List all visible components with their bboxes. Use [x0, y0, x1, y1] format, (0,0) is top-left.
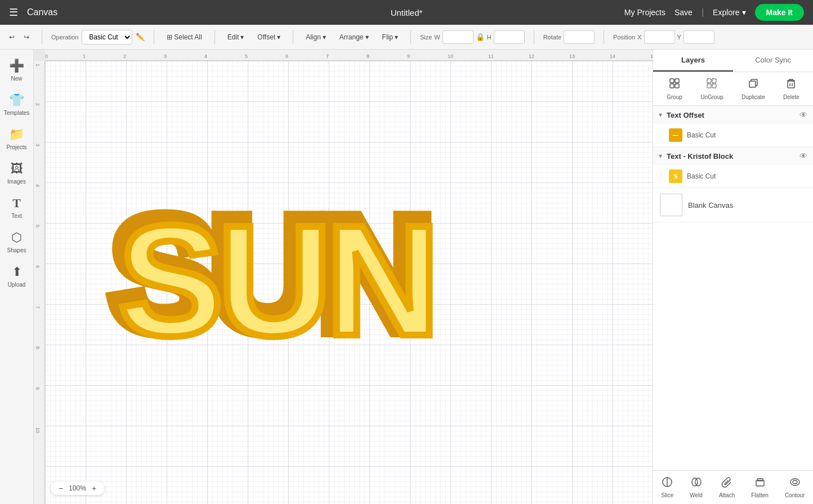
svg-rect-6: [707, 84, 711, 88]
text-kristof-chevron-icon: ▾: [659, 152, 662, 160]
layer-item-basic-cut-1[interactable]: — Basic Cut: [653, 124, 813, 146]
flip-button[interactable]: Flip ▾: [379, 31, 401, 43]
lock-icon[interactable]: 🔒: [476, 33, 485, 41]
explore-chevron-icon: ▾: [742, 8, 746, 17]
shapes-icon: ⬡: [11, 230, 22, 245]
text-icon: T: [12, 196, 21, 211]
align-chevron-icon: ▾: [323, 33, 326, 41]
svg-point-14: [692, 478, 698, 486]
save-link[interactable]: Save: [674, 8, 693, 17]
layer-thumb-2: S: [669, 170, 682, 183]
sidebar-item-projects[interactable]: 📁 Projects: [2, 123, 32, 155]
arrange-button[interactable]: Arrange ▾: [336, 31, 372, 43]
left-sidebar: ➕ New 👕 Templates 📁 Projects 🖼 Images T …: [0, 50, 34, 504]
menu-hamburger-icon[interactable]: ☰: [9, 6, 18, 19]
document-title[interactable]: Untitled*: [391, 8, 423, 17]
explore-button[interactable]: Explore ▾: [713, 8, 745, 17]
sun-text-main[interactable]: SUN: [118, 190, 434, 371]
x-input[interactable]: [644, 30, 675, 44]
zoom-out-button[interactable]: −: [56, 484, 65, 493]
ungroup-icon: [705, 77, 718, 92]
tab-layers[interactable]: Layers: [653, 50, 733, 72]
blank-canvas-thumb: [660, 194, 682, 216]
separator-2: [154, 30, 154, 44]
sidebar-images-label: Images: [7, 179, 26, 185]
redo-button[interactable]: ↪: [20, 31, 33, 43]
undo-button[interactable]: ↩: [6, 31, 18, 43]
make-it-button[interactable]: Make It: [755, 4, 804, 21]
attach-icon: [721, 476, 732, 490]
x-label: X: [637, 34, 641, 41]
templates-icon: 👕: [9, 93, 24, 108]
contour-icon: [789, 476, 801, 490]
svg-rect-9: [788, 81, 794, 88]
ungroup-action[interactable]: UnGroup: [696, 75, 728, 102]
zoom-in-button[interactable]: +: [90, 484, 99, 493]
sidebar-item-upload[interactable]: ⬆ Upload: [2, 260, 32, 292]
svg-rect-17: [757, 479, 763, 481]
sidebar-item-images[interactable]: 🖼 Images: [2, 157, 32, 189]
new-icon: ➕: [9, 59, 24, 73]
arrange-chevron-icon: ▾: [365, 33, 369, 41]
layer-header-text-offset[interactable]: ▾ Text Offset 👁: [653, 106, 813, 124]
app-name: Canvas: [27, 7, 57, 17]
flip-chevron-icon: ▾: [395, 33, 398, 41]
svg-point-18: [790, 479, 799, 485]
sidebar-item-new[interactable]: ➕ New: [2, 54, 32, 86]
group-action[interactable]: Group: [662, 75, 687, 102]
my-projects-link[interactable]: My Projects: [624, 8, 665, 17]
weld-action[interactable]: Weld: [686, 474, 706, 501]
sidebar-item-text[interactable]: T Text: [2, 191, 32, 224]
blank-canvas-label: Blank Canvas: [688, 201, 733, 209]
panel-tabs: Layers Color Sync: [653, 50, 813, 72]
delete-action[interactable]: Delete: [779, 75, 804, 102]
sidebar-item-shapes[interactable]: ⬡ Shapes: [2, 226, 32, 258]
edit-pen-icon[interactable]: ✏️: [136, 33, 145, 41]
align-button[interactable]: Align ▾: [302, 31, 329, 43]
top-nav: ☰ Canvas Untitled* My Projects Save | Ex…: [0, 0, 813, 25]
rotate-input[interactable]: [564, 30, 595, 44]
sidebar-item-templates[interactable]: 👕 Templates: [2, 88, 32, 121]
select-all-button[interactable]: ⊞ Select All: [163, 31, 205, 43]
nav-right: My Projects Save | Explore ▾ Make It: [624, 4, 804, 21]
flatten-action[interactable]: Flatten: [748, 474, 772, 501]
contour-action[interactable]: Contour: [781, 474, 808, 501]
toolbar: ↩ ↪ Operation Basic Cut ✏️ ⊞ Select All …: [0, 25, 813, 50]
layer-thumb-1: —: [669, 128, 682, 142]
text-kristof-eye-icon[interactable]: 👁: [799, 151, 807, 160]
operation-select[interactable]: Basic Cut: [82, 30, 132, 44]
width-input[interactable]: [443, 30, 473, 44]
separator-1: [42, 30, 42, 44]
svg-rect-3: [675, 84, 679, 88]
text-offset-chevron-icon: ▾: [659, 111, 662, 119]
nav-separator: |: [702, 7, 704, 17]
y-input[interactable]: [684, 30, 714, 44]
layer-header-text-kristof[interactable]: ▾ Text - Kristof Block 👁: [653, 147, 813, 165]
sidebar-projects-label: Projects: [6, 144, 26, 150]
panel-actions: Group UnGroup: [653, 72, 813, 106]
attach-action[interactable]: Attach: [716, 474, 738, 501]
canvas-area[interactable]: 0 1 2 3 4 5 6 7 8 9 10 11 12 13 14 15 1: [34, 50, 653, 504]
edit-button[interactable]: Edit ▾: [224, 31, 248, 43]
projects-icon: 📁: [9, 127, 24, 142]
layer-item-label-1: Basic Cut: [687, 131, 716, 139]
duplicate-action[interactable]: Duplicate: [737, 75, 770, 102]
slice-action[interactable]: Slice: [658, 474, 677, 501]
layer-item-basic-cut-2[interactable]: S Basic Cut: [653, 165, 813, 188]
svg-rect-7: [712, 84, 716, 88]
edit-chevron-icon: ▾: [240, 33, 244, 41]
height-input[interactable]: [494, 30, 525, 44]
group-icon: [668, 77, 681, 92]
position-group: Position X Y: [613, 30, 714, 44]
sidebar-upload-label: Upload: [8, 282, 26, 288]
separator-5: [410, 30, 411, 44]
blank-canvas-row[interactable]: Blank Canvas: [653, 188, 813, 222]
y-label: Y: [677, 34, 681, 41]
weld-icon: [691, 476, 702, 490]
offset-button[interactable]: Offset ▾: [254, 31, 284, 43]
text-offset-eye-icon[interactable]: 👁: [799, 110, 807, 119]
svg-rect-0: [670, 79, 674, 83]
svg-point-15: [695, 478, 701, 486]
tab-color-sync[interactable]: Color Sync: [733, 50, 813, 72]
sidebar-templates-label: Templates: [4, 110, 30, 116]
